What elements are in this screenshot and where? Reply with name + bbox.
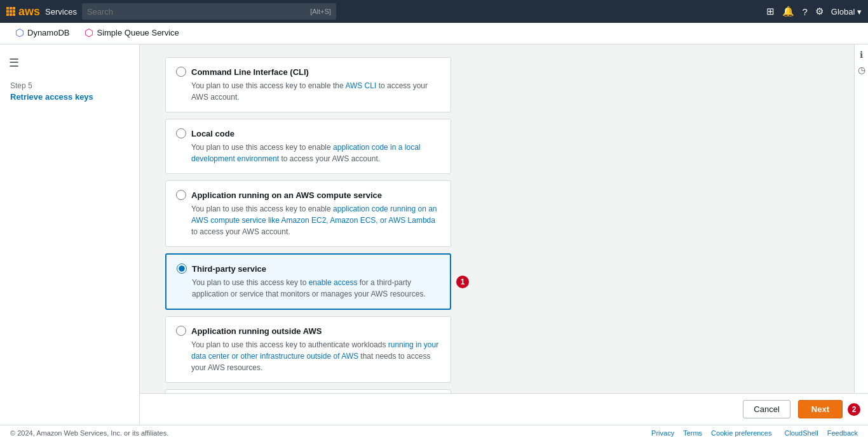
footer-bar: Cancel Next 2 xyxy=(140,393,868,425)
services-button[interactable]: Services xyxy=(45,7,77,17)
option-outside-title: Application running outside AWS xyxy=(191,326,322,336)
search-input[interactable] xyxy=(87,7,310,17)
sidebar-step-label: Step 5 xyxy=(10,81,129,90)
tab-dynamodb[interactable]: ⬡ DynamoDB xyxy=(8,23,77,44)
option-compute-desc: You plan to use this access key to enabl… xyxy=(191,203,440,237)
option-aws-compute[interactable]: Application running on an AWS compute se… xyxy=(165,180,451,247)
tray-icon[interactable]: ⊞ xyxy=(766,6,775,17)
terms-link[interactable]: Terms xyxy=(683,429,702,437)
sidebar-step-title[interactable]: Retrieve access keys xyxy=(10,92,129,102)
copyright-text: © 2024, Amazon Web Services, Inc. or its… xyxy=(10,429,168,437)
radio-aws-compute[interactable] xyxy=(176,190,186,200)
settings-icon[interactable]: ⚙ xyxy=(815,6,824,17)
footer-links: Privacy Terms Cookie preferences xyxy=(651,429,771,437)
option-third-party-desc: You plan to use this access key to enabl… xyxy=(192,277,440,300)
link-aws-cli[interactable]: AWS CLI xyxy=(345,81,376,90)
option-outside-desc: You plan to use this access key to authe… xyxy=(191,339,440,373)
link-app-code[interactable]: application code in a local development … xyxy=(191,143,420,163)
option-cli-desc: You plan to use this access key to enabl… xyxy=(191,80,440,103)
cloudshell-link[interactable]: CloudShell xyxy=(784,429,818,437)
sqs-icon: ⬡ xyxy=(85,27,93,39)
radio-outside-aws[interactable] xyxy=(176,326,186,336)
aws-grid-icon xyxy=(6,7,15,16)
privacy-link[interactable]: Privacy xyxy=(651,429,674,437)
option-third-party-header: Third-party service xyxy=(177,263,440,274)
cancel-button[interactable]: Cancel xyxy=(743,400,790,418)
main-content: Command Line Interface (CLI) You plan to… xyxy=(140,44,868,440)
history-icon[interactable]: ◷ xyxy=(858,65,865,75)
right-panel: ℹ ◷ xyxy=(854,44,868,425)
radio-local-code[interactable] xyxy=(176,128,186,138)
next-button-wrapper: Next 2 xyxy=(798,400,843,418)
link-running[interactable]: running in your data center or other inf… xyxy=(191,340,438,361)
tab-dynamodb-label: DynamoDB xyxy=(27,28,69,37)
dynamo-icon: ⬡ xyxy=(15,27,24,39)
option-outside-header: Application running outside AWS xyxy=(176,326,440,336)
option-cli-header: Command Line Interface (CLI) xyxy=(176,67,440,77)
option-local-code[interactable]: Local code You plan to use this access k… xyxy=(165,119,451,174)
sidebar: ☰ Step 5 Retrieve access keys xyxy=(0,44,140,425)
option-local-header: Local code xyxy=(176,128,440,138)
option-cli[interactable]: Command Line Interface (CLI) You plan to… xyxy=(165,57,451,112)
global-button[interactable]: Global ▾ xyxy=(831,7,862,17)
nav-icons: ⊞ 🔔 ? ⚙ Global ▾ xyxy=(766,6,862,17)
tab-sqs-label: Simple Queue Service xyxy=(97,28,179,37)
copyright-bar: © 2024, Amazon Web Services, Inc. or its… xyxy=(0,425,868,440)
radio-third-party[interactable] xyxy=(177,263,187,274)
sidebar-step: Step 5 Retrieve access keys xyxy=(0,75,139,108)
option-local-title: Local code xyxy=(191,129,234,138)
badge-2: 2 xyxy=(848,403,860,416)
option-third-party[interactable]: Third-party service You plan to use this… xyxy=(165,253,451,310)
cookie-link[interactable]: Cookie preferences xyxy=(711,429,771,437)
option-third-party-wrapper: Third-party service You plan to use this… xyxy=(165,253,451,310)
feedback-link[interactable]: Feedback xyxy=(827,429,858,437)
option-local-desc: You plan to use this access key to enabl… xyxy=(191,142,440,164)
link-app-running[interactable]: application code running on an AWS compu… xyxy=(191,204,437,225)
service-tabs: ⬡ DynamoDB ⬡ Simple Queue Service xyxy=(0,23,868,44)
option-compute-title: Application running on an AWS compute se… xyxy=(191,190,382,200)
radio-cli[interactable] xyxy=(176,67,186,77)
option-compute-header: Application running on an AWS compute se… xyxy=(176,190,440,200)
info-icon[interactable]: ℹ xyxy=(860,50,863,60)
help-icon[interactable]: ? xyxy=(802,6,807,17)
search-bar: [Alt+S] xyxy=(82,3,336,20)
search-shortcut: [Alt+S] xyxy=(310,8,331,15)
option-third-party-title: Third-party service xyxy=(192,264,266,274)
badge-1: 1 xyxy=(456,276,469,288)
sidebar-menu-icon[interactable]: ☰ xyxy=(0,51,139,75)
aws-logo: aws xyxy=(6,5,40,18)
option-cli-title: Command Line Interface (CLI) xyxy=(191,67,309,77)
tab-sqs[interactable]: ⬡ Simple Queue Service xyxy=(77,23,186,44)
link-enable-access[interactable]: enable access xyxy=(309,278,358,287)
next-button[interactable]: Next xyxy=(798,400,843,418)
top-nav: aws Services [Alt+S] ⊞ 🔔 ? ⚙ Global ▾ xyxy=(0,0,868,23)
option-outside-aws[interactable]: Application running outside AWS You plan… xyxy=(165,316,451,383)
bell-icon[interactable]: 🔔 xyxy=(782,6,794,17)
